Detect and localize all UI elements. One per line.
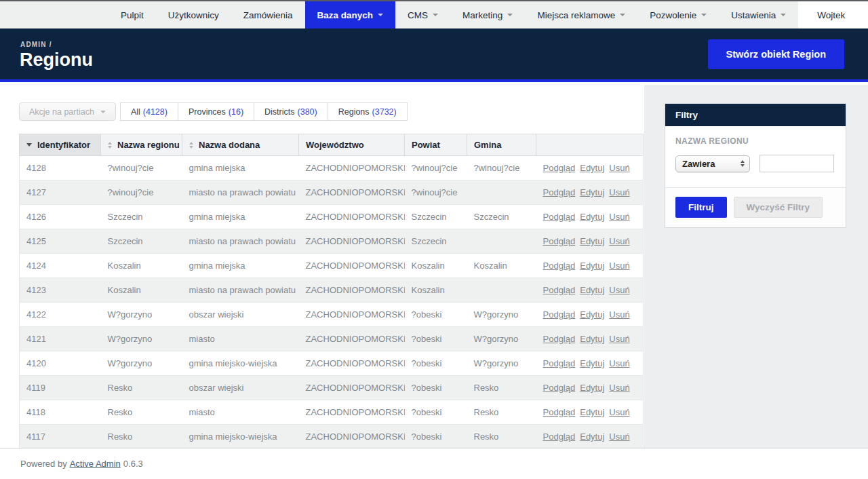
- action-podgl-d[interactable]: Podgląd: [543, 163, 576, 173]
- cell-region-name: Szczecin: [101, 229, 182, 254]
- action-edytuj[interactable]: Edytuj: [580, 261, 604, 271]
- nav-item-label: Użytkownicy: [168, 10, 219, 20]
- batch-actions-button[interactable]: Akcje na partiach: [19, 102, 116, 121]
- action-podgl-d[interactable]: Podgląd: [543, 383, 576, 393]
- nav-item-ustawienia[interactable]: Ustawienia: [719, 1, 798, 28]
- action-podgl-d[interactable]: Podgląd: [543, 309, 576, 320]
- action-podgl-d[interactable]: Podgląd: [543, 261, 576, 271]
- action-usu[interactable]: Usuń: [609, 163, 629, 173]
- action-podgl-d[interactable]: Podgląd: [543, 285, 576, 295]
- table-row: 4119Reskoobszar wiejskiZACHODNIOPOMORSKI…: [20, 376, 644, 400]
- active-admin-link[interactable]: Active Admin: [70, 459, 121, 469]
- cell-commune: Koszalin: [467, 254, 536, 278]
- table-row: 4118ReskomiastoZACHODNIOPOMORSKIE?obeski…: [20, 400, 644, 425]
- action-podgl-d[interactable]: Podgląd: [543, 212, 576, 222]
- action-podgl-d[interactable]: Podgląd: [543, 187, 576, 197]
- action-usu[interactable]: Usuń: [609, 383, 629, 393]
- cell-region-name: Koszalin: [101, 278, 182, 303]
- action-edytuj[interactable]: Edytuj: [580, 285, 604, 295]
- cell-region-name: ?winouj?cie: [101, 180, 182, 205]
- action-podgl-d[interactable]: Podgląd: [543, 236, 576, 246]
- scope-tab-provinces[interactable]: Provinces(16): [178, 102, 254, 121]
- cell-id: 4123: [20, 278, 101, 303]
- cell-id: 4125: [20, 229, 101, 254]
- column-header-nazwa-dodana[interactable]: Nazwa dodana: [182, 134, 299, 156]
- filter-clear-button[interactable]: Wyczyść Filtry: [734, 197, 823, 218]
- action-edytuj[interactable]: Edytuj: [580, 432, 604, 442]
- cell-region-name: Koszalin: [101, 254, 182, 278]
- action-edytuj[interactable]: Edytuj: [580, 309, 604, 320]
- action-edytuj[interactable]: Edytuj: [580, 212, 604, 222]
- cell-district: Szczecin: [405, 229, 467, 254]
- cell-commune: Resko: [467, 425, 536, 448]
- column-header-gmina: Gmina: [467, 134, 536, 156]
- cell-added-name: gmina miejska: [182, 156, 299, 180]
- row-actions: PodglądEdytujUsuń: [536, 425, 644, 448]
- action-edytuj[interactable]: Edytuj: [580, 236, 604, 246]
- sort-desc-icon: [26, 143, 32, 147]
- action-usu[interactable]: Usuń: [609, 212, 629, 222]
- table-row: 4120W?gorzynogmina miejsko-wiejskaZACHOD…: [20, 351, 644, 376]
- column-header-nazwa-regionu[interactable]: Nazwa regionu: [101, 134, 182, 156]
- cell-province: ZACHODNIOPOMORSKIE: [299, 205, 405, 229]
- table-header: IdentyfikatorNazwa regionuNazwa dodanaWo…: [20, 134, 644, 156]
- nav-item-baza-danych[interactable]: Baza danych: [305, 1, 396, 28]
- action-usu[interactable]: Usuń: [609, 261, 629, 271]
- action-podgl-d[interactable]: Podgląd: [543, 407, 576, 417]
- cell-region-name: W?gorzyno: [101, 327, 182, 351]
- action-usu[interactable]: Usuń: [609, 358, 629, 368]
- action-usu[interactable]: Usuń: [609, 432, 629, 442]
- nav-item-miejsca-reklamowe[interactable]: Miejsca reklamowe: [525, 1, 637, 28]
- filter-submit-button[interactable]: Filtruj: [675, 197, 727, 218]
- action-edytuj[interactable]: Edytuj: [580, 334, 604, 344]
- nav-item-pulpit[interactable]: Pulpit: [108, 1, 156, 28]
- filter-value-input[interactable]: [760, 155, 834, 172]
- scope-tab-districts[interactable]: Districts(380): [254, 102, 328, 121]
- cell-id: 4119: [20, 376, 101, 400]
- action-usu[interactable]: Usuń: [609, 309, 629, 320]
- table-row: 4125Szczecinmiasto na prawach powiatuZAC…: [20, 229, 644, 254]
- table-row: 4123Koszalinmiasto na prawach powiatuZAC…: [20, 278, 644, 303]
- cell-commune: ?winouj?cie: [467, 156, 536, 180]
- action-usu[interactable]: Usuń: [609, 236, 629, 246]
- action-edytuj[interactable]: Edytuj: [580, 383, 604, 393]
- column-header-label: Nazwa regionu: [117, 140, 180, 150]
- cell-id: 4117: [20, 425, 101, 448]
- chevron-down-icon: [433, 14, 438, 16]
- create-region-button[interactable]: Stwórz obiekt Region: [708, 39, 844, 69]
- cell-added-name: miasto: [182, 327, 299, 351]
- action-edytuj[interactable]: Edytuj: [580, 358, 604, 368]
- action-edytuj[interactable]: Edytuj: [580, 187, 604, 197]
- cell-id: 4122: [20, 303, 101, 327]
- cell-added-name: gmina miejsko-wiejska: [182, 425, 299, 448]
- action-podgl-d[interactable]: Podgląd: [543, 432, 576, 442]
- column-header-identyfikator[interactable]: Identyfikator: [20, 134, 101, 156]
- cell-commune: W?gorzyno: [467, 351, 536, 376]
- nav-item-zam-wienia[interactable]: Zamówienia: [231, 1, 305, 28]
- action-podgl-d[interactable]: Podgląd: [543, 334, 576, 344]
- scope-count: (16): [229, 107, 243, 117]
- filter-operator-select[interactable]: Zawiera: [675, 155, 750, 172]
- nav-item-u-ytkownicy[interactable]: Użytkownicy: [156, 1, 231, 28]
- action-podgl-d[interactable]: Podgląd: [543, 358, 576, 368]
- content-area: Filtry NAZWA REGIONU Zawiera Filtruj Wyc…: [0, 85, 868, 448]
- cell-district: ?winouj?cie: [405, 156, 467, 180]
- row-actions: PodglądEdytujUsuń: [536, 229, 644, 254]
- nav-item-pozwolenie[interactable]: Pozwolenie: [637, 1, 719, 28]
- scope-tab-regions[interactable]: Regions(3732): [328, 102, 408, 121]
- top-navigation-bar: PulpitUżytkownicyZamówieniaBaza danychCM…: [0, 0, 868, 28]
- scope-tab-all[interactable]: All(4128): [120, 102, 178, 121]
- action-edytuj[interactable]: Edytuj: [580, 163, 604, 173]
- cell-added-name: miasto: [182, 400, 299, 425]
- nav-item-label: Pozwolenie: [650, 10, 696, 20]
- action-usu[interactable]: Usuń: [609, 334, 629, 344]
- cell-added-name: gmina miejska: [182, 254, 299, 278]
- action-usu[interactable]: Usuń: [609, 187, 629, 197]
- action-usu[interactable]: Usuń: [609, 407, 629, 417]
- column-header-label: Nazwa dodana: [199, 140, 260, 150]
- filter-actions: Filtruj Wyczyść Filtry: [665, 187, 846, 227]
- nav-item-cms[interactable]: CMS: [395, 1, 450, 28]
- action-edytuj[interactable]: Edytuj: [580, 407, 604, 417]
- action-usu[interactable]: Usuń: [609, 285, 629, 295]
- nav-item-marketing[interactable]: Marketing: [450, 1, 525, 28]
